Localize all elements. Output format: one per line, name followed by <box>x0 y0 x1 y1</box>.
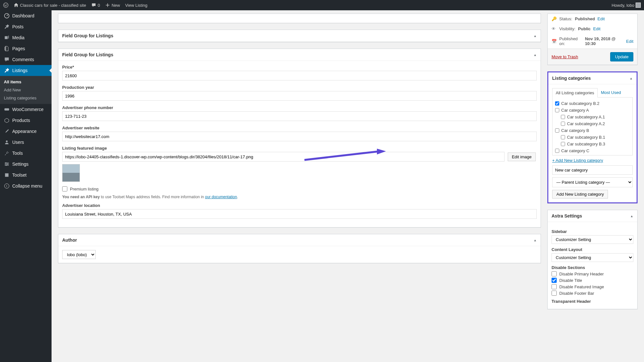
premium-checkbox[interactable] <box>62 186 67 191</box>
category-label: Car subcategory B.3 <box>567 142 605 146</box>
new-category-input[interactable] <box>552 165 633 175</box>
sidebar-item-tools[interactable]: Tools <box>0 148 52 159</box>
howdy-link[interactable]: Howdy, lobo <box>611 3 641 8</box>
site-name-link[interactable]: Classic cars for sale - classified site <box>14 3 86 8</box>
sidebar-label: Media <box>12 35 24 40</box>
category-checkbox[interactable] <box>555 149 559 153</box>
new-link[interactable]: New <box>105 3 120 8</box>
doc-link[interactable]: our documentation <box>205 195 237 199</box>
view-listing-link[interactable]: View Listing <box>125 3 147 8</box>
category-item[interactable]: Car subcategory B.1 <box>555 134 630 141</box>
category-item[interactable]: Car category A <box>555 107 630 114</box>
category-item[interactable]: Car subcategory A.2 <box>555 120 630 127</box>
featured-input[interactable] <box>62 152 505 162</box>
price-input[interactable] <box>62 71 537 80</box>
sidebar-item-posts[interactable]: Posts <box>0 21 52 32</box>
edit-status-link[interactable]: Edit <box>598 16 605 21</box>
status-label: Status: <box>559 16 572 21</box>
toggle-icon[interactable]: ▲ <box>533 53 537 57</box>
category-checkbox[interactable] <box>555 108 559 112</box>
trash-link[interactable]: Move to Trash <box>552 54 578 59</box>
category-item[interactable]: Car subcategory A.1 <box>555 114 630 120</box>
categories-title: Listing categories <box>552 76 591 81</box>
location-input[interactable] <box>62 209 537 219</box>
category-item[interactable]: Car category C <box>555 147 630 154</box>
wp-logo-link[interactable] <box>3 3 8 8</box>
category-item[interactable]: Car subcategory B.2 <box>555 100 630 107</box>
tab-most-used[interactable]: Most Used <box>598 88 624 97</box>
year-label: Production year <box>62 85 537 90</box>
category-item[interactable]: Car subcategory B.3 <box>555 141 630 147</box>
phone-input[interactable] <box>62 111 537 121</box>
sidebar-item-comments[interactable]: Comments <box>0 54 52 65</box>
category-list[interactable]: Car subcategory B.2Car category ACar sub… <box>552 97 633 155</box>
category-checkbox[interactable] <box>561 135 565 139</box>
content-select[interactable]: Customizer Setting <box>552 253 633 262</box>
sidebar-label: Collapse menu <box>12 183 42 189</box>
transparent-label: Transparent Header <box>552 299 633 304</box>
sidebar-sub-categories[interactable]: Listing categories <box>0 94 52 102</box>
collapse-icon <box>4 183 10 189</box>
disable-featured-checkbox[interactable] <box>552 284 557 289</box>
year-input[interactable] <box>62 91 537 101</box>
comment-icon <box>91 3 96 8</box>
sidebar-item-collapse[interactable]: Collapse menu <box>0 181 52 191</box>
edit-image-button[interactable]: Edit image <box>508 153 536 161</box>
sidebar-item-dashboard[interactable]: Dashboard <box>0 10 52 21</box>
sidebar-sub-add-new[interactable]: Add New <box>0 86 52 94</box>
edit-date-link[interactable]: Edit <box>626 39 633 44</box>
sidebar-item-settings[interactable]: Settings <box>0 159 52 170</box>
sidebar-item-listings[interactable]: Listings <box>0 65 52 76</box>
sidebar-item-pages[interactable]: Pages <box>0 43 52 54</box>
howdy-text: Howdy, lobo <box>611 3 634 8</box>
category-checkbox[interactable] <box>561 122 565 126</box>
site-name-text: Classic cars for sale - classified site <box>20 3 86 8</box>
category-checkbox[interactable] <box>555 128 559 133</box>
metabox-empty <box>58 14 541 23</box>
author-title: Author <box>62 237 77 243</box>
category-checkbox[interactable] <box>555 101 559 106</box>
metabox-field-group-2: Field Group for Listings ▲ Price* Produc… <box>58 49 541 227</box>
category-checkbox[interactable] <box>561 142 565 146</box>
category-checkbox[interactable] <box>561 115 565 119</box>
metabox-title: Field Group for Listings <box>62 52 113 57</box>
update-button[interactable]: Update <box>610 52 633 61</box>
parent-category-select[interactable]: — Parent Listing category — <box>552 177 633 187</box>
comments-link[interactable]: 0 <box>91 3 100 8</box>
sidebar-label: Posts <box>12 24 24 29</box>
category-item[interactable]: Car category B <box>555 127 630 134</box>
category-label: Car category C <box>561 148 589 153</box>
sidebar-label: Dashboard <box>12 13 34 18</box>
media-icon <box>4 35 10 41</box>
sidebar-label: Tools <box>12 151 23 156</box>
toggle-icon[interactable]: ▲ <box>533 238 537 242</box>
category-label: Car subcategory B.2 <box>561 101 600 106</box>
author-select[interactable]: lobo (lobo) <box>62 250 96 259</box>
sidebar-item-woocommerce[interactable]: WooCommerce <box>0 104 52 115</box>
svg-point-9 <box>7 163 8 165</box>
disable-footer-checkbox[interactable] <box>552 291 557 296</box>
add-category-button[interactable]: Add New Listing category <box>552 190 608 199</box>
sidebar-item-media[interactable]: Media <box>0 32 52 43</box>
svg-point-8 <box>5 162 7 164</box>
add-category-toggle[interactable]: + Add New Listing category <box>552 155 633 165</box>
sidebar-select[interactable]: Customizer Setting <box>552 235 633 244</box>
toggle-icon[interactable]: ▲ <box>630 77 633 80</box>
sidebar-item-appearance[interactable]: Appearance <box>0 126 52 137</box>
disable-primary-label: Disable Primary Header <box>559 272 604 276</box>
sidebar-sub-all-items[interactable]: All items <box>0 78 52 86</box>
category-label: Car category B <box>561 128 589 133</box>
svg-point-12 <box>5 184 9 188</box>
sidebar-label: Listings <box>12 68 27 73</box>
toggle-icon[interactable]: ▲ <box>630 214 633 218</box>
sidebar-item-toolset[interactable]: Toolset <box>0 170 52 181</box>
sidebar-item-products[interactable]: Products <box>0 115 52 126</box>
sidebar-item-users[interactable]: Users <box>0 137 52 148</box>
toggle-icon[interactable]: ▲ <box>533 34 537 38</box>
website-input[interactable] <box>62 132 537 141</box>
disable-primary-checkbox[interactable] <box>552 271 557 276</box>
edit-visibility-link[interactable]: Edit <box>593 26 600 31</box>
tab-all-categories[interactable]: All Listing categories <box>552 88 598 97</box>
home-icon <box>14 3 19 8</box>
disable-title-checkbox[interactable] <box>552 278 557 283</box>
